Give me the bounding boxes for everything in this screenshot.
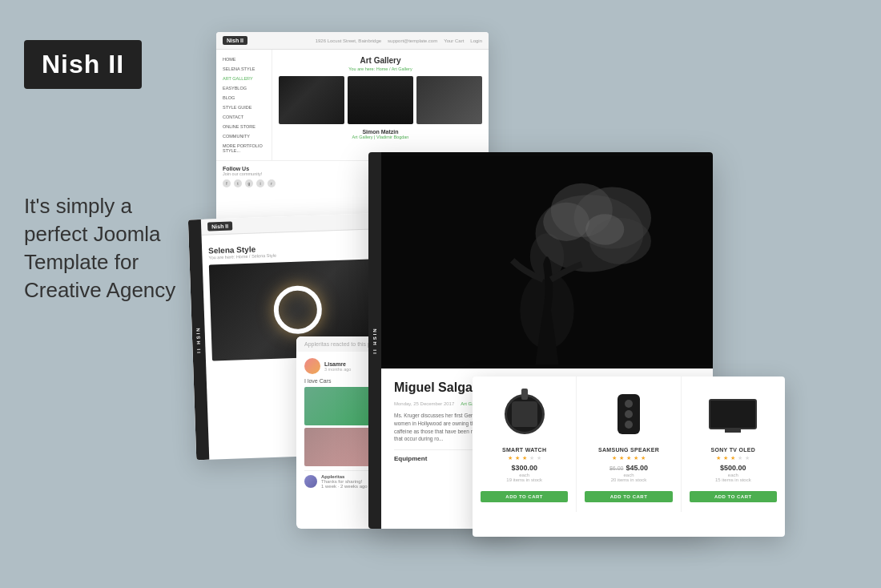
tv-stock: 15 items in stock (690, 477, 777, 482)
article-date: Monday, 25 December 2017 (394, 401, 454, 406)
nav-contact[interactable]: CONTACT (216, 112, 272, 122)
svg-point-7 (543, 203, 589, 241)
star5: ★ (536, 455, 542, 461)
nav-artgallery[interactable]: ART GALLERY (216, 74, 272, 83)
art-topbar: Nish II 1926 Locust Street, Bainbridge s… (216, 32, 489, 50)
logo-box: Nish II (24, 40, 142, 89)
star4: ★ (737, 455, 743, 461)
nav-community[interactable]: COMMUNITY (216, 131, 272, 141)
article-hero-image (381, 152, 713, 369)
social-footer-info: Appleritas Thanks for sharing! 1 week · … (321, 474, 368, 489)
tv-name: SONY TV OLED (690, 447, 777, 453)
speaker-stock: 20 items in stock (585, 477, 672, 482)
nav-styleguide[interactable]: STYLE GUIDE (216, 103, 272, 112)
tv-add-to-cart-button[interactable]: ADD TO CART (690, 491, 777, 502)
social-google-icon[interactable]: g (245, 179, 253, 187)
star3: ★ (626, 455, 632, 461)
star1: ★ (715, 455, 722, 461)
social-poster-name: Lisamre (324, 361, 351, 367)
watch-icon (505, 394, 545, 434)
social-instagram-icon[interactable]: i (256, 179, 264, 187)
social-footer-avatar (304, 475, 317, 488)
watch-stock: 19 items in stock (481, 477, 568, 482)
tv-price: $500.00 (690, 464, 777, 472)
star2: ★ (514, 455, 521, 461)
star4: ★ (529, 455, 535, 461)
social-img-key (304, 428, 372, 466)
art-breadcrumb: You are here: Home / Art Gallery (279, 66, 482, 71)
tagline: It's simply a perfect Joomla Template fo… (24, 192, 200, 304)
star2: ★ (722, 455, 729, 461)
star1: ★ (507, 455, 513, 461)
art-logo: Nish II (223, 36, 247, 45)
art-thumb-girl (416, 76, 482, 124)
art-main: Art Gallery You are here: Home / Art Gal… (272, 50, 489, 160)
tagline-line1: It's simply a (24, 194, 132, 218)
speaker-image-wrap (585, 386, 672, 442)
shop-item-tv: SONY TV OLED ★ ★ ★ ★ ★ $500.00 each 15 i… (682, 377, 785, 512)
nav-selena[interactable]: SELENA STYLE (216, 64, 272, 74)
watch-add-to-cart-button[interactable]: ADD TO CART (481, 491, 568, 502)
watch-stars: ★ ★ ★ ★ ★ (481, 455, 568, 461)
social-facebook-icon[interactable]: f (223, 179, 231, 187)
social-rss-icon[interactable]: r (268, 179, 276, 187)
nav-onlinestore[interactable]: ONLINE STORE (216, 122, 272, 131)
selena-logo: Nish II (207, 222, 232, 232)
art-caption: Simon Matzin (279, 129, 482, 135)
art-thumb-portrait (348, 76, 413, 124)
svg-point-8 (585, 214, 624, 245)
tagline-line4: Creative Agency (24, 278, 175, 302)
article-hero-svg (381, 156, 713, 364)
tagline-line3: Template for (24, 250, 139, 274)
art-body: HOME SELENA STYLE ART GALLERY EASYBLOG B… (216, 50, 489, 160)
star2: ★ (618, 455, 625, 461)
art-meta: Art Gallery | Vladimir Bogdan (279, 135, 482, 139)
shop-item-watch: SMART WATCH ★ ★ ★ ★ ★ $300.00 each 19 it… (473, 377, 577, 512)
collage: Nish II 1926 Locust Street, Bainbridge s… (192, 24, 865, 569)
speaker-stars: ★ ★ ★ ★ ★ (585, 455, 672, 461)
star1: ★ (611, 455, 618, 461)
star3: ★ (730, 455, 736, 461)
speaker-dot-bot (625, 421, 633, 429)
art-breadcrumb-text: You are here: Home / Art Gallery (348, 66, 412, 71)
watch-screen (512, 401, 537, 427)
art-sidebar: HOME SELENA STYLE ART GALLERY EASYBLOG B… (216, 50, 272, 160)
speaker-price-old: $6.00 (609, 465, 624, 471)
nav-blog[interactable]: BLOG (216, 93, 272, 103)
social-poster-info: Lisamre 3 months ago (324, 361, 351, 372)
screen-shop: SMART WATCH ★ ★ ★ ★ ★ $300.00 each 19 it… (473, 377, 785, 537)
speaker-price-row: $6.00 $45.00 (585, 464, 672, 473)
tv-icon (709, 399, 757, 429)
social-poster-time: 3 months ago (324, 367, 351, 372)
nav-easyblog[interactable]: EASYBLOG (216, 83, 272, 93)
art-topinfo: 1926 Locust Street, Bainbridge support@t… (316, 38, 482, 43)
tv-image-wrap (690, 386, 777, 442)
speaker-icon (618, 394, 640, 434)
shop-products-grid: SMART WATCH ★ ★ ★ ★ ★ $300.00 each 19 it… (473, 377, 785, 512)
tagline-line2: perfect Joomla (24, 222, 161, 246)
art-thumb-forest (279, 76, 344, 124)
art-page-title: Art Gallery (279, 56, 482, 65)
star5: ★ (744, 455, 750, 461)
shop-item-speaker: SAMSUNG SPEAKER ★ ★ ★ ★ ★ $6.00 $45.00 e… (577, 377, 681, 512)
social-twitter-icon[interactable]: t (234, 179, 242, 187)
watch-name: SMART WATCH (481, 447, 568, 453)
article-sidebar-tab: II HSIN (368, 152, 381, 529)
speaker-name: SAMSUNG SPEAKER (585, 447, 672, 453)
selena-tab-text: II HSIN (195, 326, 201, 353)
nav-home[interactable]: HOME (216, 54, 272, 64)
star5: ★ (640, 455, 646, 461)
speaker-dot-top (625, 400, 633, 408)
social-img-van (304, 387, 372, 425)
tv-stars: ★ ★ ★ ★ ★ (690, 455, 777, 461)
nav-portfolio[interactable]: MORE PORTFOLIO STYLE... (216, 141, 272, 155)
logo-text: Nish II (42, 50, 124, 79)
watch-image-wrap (481, 386, 568, 442)
speaker-price: $45.00 (626, 464, 648, 472)
speaker-add-to-cart-button[interactable]: ADD TO CART (585, 491, 672, 502)
social-footer-time: 1 week · 2 weeks ago (321, 484, 368, 489)
speaker-dot-mid (625, 410, 633, 418)
article-tab-text: II HSIN (372, 327, 377, 353)
social-poster-avatar (304, 358, 320, 374)
ring-light-icon (273, 285, 323, 335)
